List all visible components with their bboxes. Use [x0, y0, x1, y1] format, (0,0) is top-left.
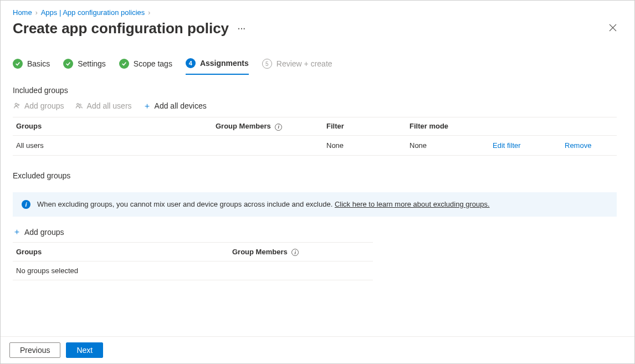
check-icon — [13, 59, 23, 69]
cell-filter: None — [326, 141, 409, 150]
step-label: Review + create — [276, 59, 332, 68]
tool-label: Add groups — [24, 228, 64, 237]
step-tabs: Basics Settings Scope tags 4 Assignments… — [13, 58, 622, 75]
check-icon — [119, 59, 129, 69]
breadcrumb-home[interactable]: Home — [13, 8, 32, 17]
excluded-toolbar: ＋ Add groups — [13, 228, 622, 237]
step-scope-tags[interactable]: Scope tags — [119, 59, 172, 74]
step-label: Settings — [78, 59, 106, 68]
col-members: Group Members i — [216, 122, 326, 131]
step-assignments[interactable]: 4 Assignments — [186, 58, 249, 75]
edit-filter-link[interactable]: Edit filter — [493, 141, 565, 150]
col-members: Group Members i — [232, 248, 376, 257]
info-text: When excluding groups, you cannot mix us… — [37, 200, 490, 208]
svg-point-2 — [79, 104, 81, 106]
close-icon[interactable] — [603, 20, 622, 37]
table-header: Groups Group Members i — [13, 242, 373, 262]
check-icon — [63, 59, 73, 69]
step-label: Basics — [27, 59, 50, 68]
tool-label: Add all users — [87, 101, 132, 110]
col-groups: Groups — [16, 122, 216, 130]
footer-bar: Previous Next — [1, 336, 634, 363]
remove-link[interactable]: Remove — [565, 141, 620, 150]
included-groups-heading: Included groups — [13, 86, 622, 95]
table-row: No groups selected — [13, 262, 373, 280]
add-groups-button[interactable]: Add groups — [13, 101, 64, 110]
included-groups-table: Groups Group Members i Filter Filter mod… — [13, 117, 617, 156]
plus-icon: ＋ — [143, 102, 151, 110]
info-icon[interactable]: i — [291, 249, 299, 256]
tool-label: Add all devices — [155, 101, 207, 110]
svg-point-1 — [77, 104, 79, 106]
step-label: Assignments — [200, 59, 249, 68]
step-settings[interactable]: Settings — [63, 59, 106, 74]
chevron-right-icon: › — [148, 9, 150, 17]
svg-point-0 — [15, 103, 17, 105]
step-basics[interactable]: Basics — [13, 59, 50, 74]
previous-button[interactable]: Previous — [9, 342, 60, 358]
next-button[interactable]: Next — [66, 342, 103, 358]
included-toolbar: Add groups Add all users ＋ Add all devic… — [13, 101, 622, 110]
step-number-icon: 5 — [262, 59, 272, 69]
add-all-users-button[interactable]: Add all users — [75, 101, 132, 110]
info-icon[interactable]: i — [275, 124, 282, 131]
chevron-right-icon: › — [35, 9, 38, 17]
col-filter: Filter — [326, 122, 409, 130]
step-label: Scope tags — [134, 59, 172, 68]
table-row: All users None None Edit filter Remove — [13, 136, 617, 156]
info-banner: i When excluding groups, you cannot mix … — [13, 192, 617, 217]
excluded-groups-table: Groups Group Members i No groups selecte… — [13, 242, 373, 281]
cell-filter-mode: None — [409, 141, 493, 150]
col-filter-mode: Filter mode — [409, 122, 493, 130]
cell-group: All users — [16, 141, 216, 150]
empty-row-text: No groups selected — [16, 266, 232, 275]
col-groups: Groups — [16, 248, 232, 256]
breadcrumb-apps[interactable]: Apps | App configuration policies — [41, 8, 145, 17]
excluded-groups-heading: Excluded groups — [13, 171, 622, 180]
table-header: Groups Group Members i Filter Filter mod… — [13, 117, 617, 136]
more-icon[interactable]: ··· — [238, 24, 246, 33]
breadcrumb: Home › Apps | App configuration policies… — [13, 8, 622, 17]
page-title: Create app configuration policy ··· — [13, 20, 246, 37]
learn-more-link[interactable]: Click here to learn more about excluding… — [335, 200, 490, 208]
page-title-text: Create app configuration policy — [13, 20, 229, 37]
people-icon — [75, 102, 84, 110]
person-add-icon — [13, 102, 21, 110]
step-number-icon: 4 — [186, 58, 196, 68]
info-icon: i — [22, 200, 30, 209]
tool-label: Add groups — [24, 101, 64, 110]
step-review-create[interactable]: 5 Review + create — [262, 59, 332, 74]
add-groups-excluded-button[interactable]: ＋ Add groups — [13, 228, 64, 237]
plus-icon: ＋ — [13, 228, 21, 236]
add-all-devices-button[interactable]: ＋ Add all devices — [143, 101, 207, 110]
